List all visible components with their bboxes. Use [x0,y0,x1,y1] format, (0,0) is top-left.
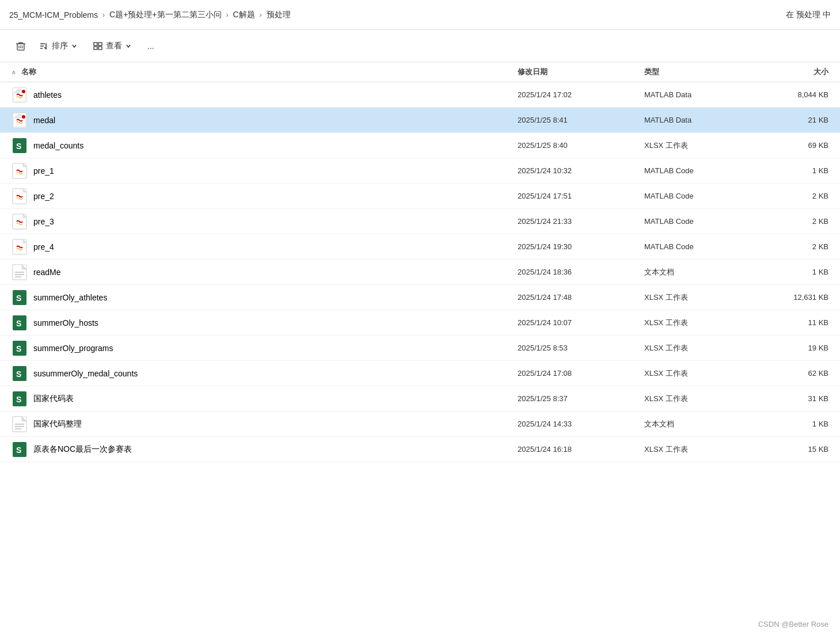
more-button[interactable]: ... [140,38,161,54]
breadcrumb-sep-2: › [260,11,262,19]
breadcrumb-item-2[interactable]: C解题 [233,10,255,20]
file-name-cell: pre_3 [12,214,518,230]
file-row[interactable]: S susummerOly_medal_counts 2025/1/24 17:… [0,361,840,386]
file-name-text: medal_counts [33,141,83,150]
file-size: 2 KB [759,217,828,226]
svg-rect-9 [98,43,102,45]
toolbar: 排序 查看 ... [0,30,840,62]
file-name-cell: medal [12,112,518,128]
file-name-cell: S summerOly_programs [12,340,518,356]
svg-text:S: S [16,445,21,455]
file-date: 2025/1/25 8:53 [518,344,644,352]
sort-indicator: ∧ [12,69,16,75]
file-date: 2025/1/25 8:41 [518,116,644,124]
file-row[interactable]: readMe 2025/1/24 18:36 文本文档 1 KB [0,260,840,285]
file-icon-matlab-data [12,87,28,103]
file-icon-matlab-code [12,214,28,230]
file-name-text: pre_1 [33,166,54,176]
file-name-text: medal [33,116,55,125]
file-name-cell: S susummerOly_medal_counts [12,365,518,382]
svg-rect-8 [94,43,97,45]
file-date: 2025/1/25 8:37 [518,394,644,403]
file-row[interactable]: pre_2 2025/1/24 17:51 MATLAB Code 2 KB [0,184,840,209]
file-type: MATLAB Code [644,192,759,200]
file-size: 8,044 KB [759,90,828,99]
breadcrumb-current: 预处理 [267,10,291,20]
file-type: MATLAB Code [644,217,759,226]
col-date[interactable]: 修改日期 [518,67,644,77]
file-row[interactable]: pre_3 2025/1/24 21:33 MATLAB Code 2 KB [0,209,840,234]
file-type: MATLAB Data [644,90,759,99]
file-date: 2025/1/24 18:36 [518,268,644,276]
file-date: 2025/1/25 8:40 [518,141,644,150]
file-icon-excel: S [12,289,28,306]
svg-text:S: S [16,142,21,151]
col-size[interactable]: 大小 [759,67,828,77]
file-name-text: pre_3 [33,217,54,226]
file-name-text: summerOly_programs [33,344,113,353]
sort-label: 排序 [52,41,68,51]
file-name-cell: S medal_counts [12,138,518,154]
file-icon-excel: S [12,315,28,331]
file-type: XLSX 工作表 [644,140,759,151]
file-type: 文本文档 [644,267,759,277]
file-size: 1 KB [759,166,828,175]
file-size: 2 KB [759,192,828,200]
file-date: 2025/1/24 10:07 [518,318,644,327]
breadcrumb-sep-0: › [102,11,105,19]
file-type: XLSX 工作表 [644,343,759,353]
svg-text:S: S [16,344,21,353]
file-size: 1 KB [759,268,828,276]
file-icon-excel: S [12,441,28,458]
file-name-text: readMe [33,268,60,277]
file-name-cell: pre_2 [12,188,518,204]
file-row[interactable]: S 原表各NOC最后一次参赛表 2025/1/24 16:18 XLSX 工作表… [0,437,840,462]
file-icon-text [12,264,28,280]
file-icon-matlab-code [12,163,28,179]
file-date: 2025/1/24 14:33 [518,420,644,428]
file-name-text: 国家代码整理 [33,419,82,429]
file-name-cell: S summerOly_hosts [12,315,518,331]
file-name-text: pre_2 [33,192,54,201]
file-date: 2025/1/24 17:51 [518,192,644,200]
col-name[interactable]: ∧ 名称 [12,67,518,77]
col-type[interactable]: 类型 [644,67,759,77]
file-size: 2 KB [759,242,828,251]
file-name-text: susummerOly_medal_counts [33,369,138,378]
file-date: 2025/1/24 17:08 [518,369,644,378]
file-name-cell: athletes [12,87,518,103]
view-button[interactable]: 查看 [86,37,138,55]
file-row[interactable]: S 国家代码表 2025/1/25 8:37 XLSX 工作表 31 KB [0,386,840,412]
file-type: MATLAB Data [644,116,759,124]
file-date: 2025/1/24 17:02 [518,90,644,99]
file-name-cell: readMe [12,264,518,280]
file-row[interactable]: medal 2025/1/25 8:41 MATLAB Data 21 KB [0,108,840,133]
breadcrumb-item-0[interactable]: 25_MCM-ICM_Problems [9,10,98,20]
file-row[interactable]: pre_4 2025/1/24 19:30 MATLAB Code 2 KB [0,234,840,260]
file-name-cell: S summerOly_athletes [12,289,518,306]
file-row[interactable]: S summerOly_athletes 2025/1/24 17:48 XLS… [0,285,840,310]
file-size: 11 KB [759,318,828,327]
delete-button[interactable] [12,37,30,55]
more-label: ... [147,41,154,51]
file-icon-text [12,416,28,432]
file-type: MATLAB Code [644,242,759,251]
file-row[interactable]: 国家代码整理 2025/1/24 14:33 文本文档 1 KB [0,412,840,437]
file-type: XLSX 工作表 [644,444,759,455]
view-label: 查看 [106,41,122,51]
svg-point-15 [22,90,25,93]
file-date: 2025/1/24 19:30 [518,242,644,251]
file-type: 文本文档 [644,419,759,429]
breadcrumb-item-1[interactable]: C题+预处理+第一第二第三小问 [109,10,221,20]
file-size: 62 KB [759,369,828,378]
file-row[interactable]: S summerOly_programs 2025/1/25 8:53 XLSX… [0,336,840,361]
file-row[interactable]: S medal_counts 2025/1/25 8:40 XLSX 工作表 6… [0,133,840,158]
file-row[interactable]: athletes 2025/1/24 17:02 MATLAB Data 8,0… [0,82,840,108]
file-name-cell: pre_1 [12,163,518,179]
file-row[interactable]: pre_1 2025/1/24 10:32 MATLAB Code 1 KB [0,158,840,184]
sort-button[interactable]: 排序 [32,37,84,55]
file-icon-excel: S [12,365,28,382]
file-name-cell: S 原表各NOC最后一次参赛表 [12,441,518,458]
file-row[interactable]: S summerOly_hosts 2025/1/24 10:07 XLSX 工… [0,310,840,336]
file-name-text: 国家代码表 [33,394,74,404]
